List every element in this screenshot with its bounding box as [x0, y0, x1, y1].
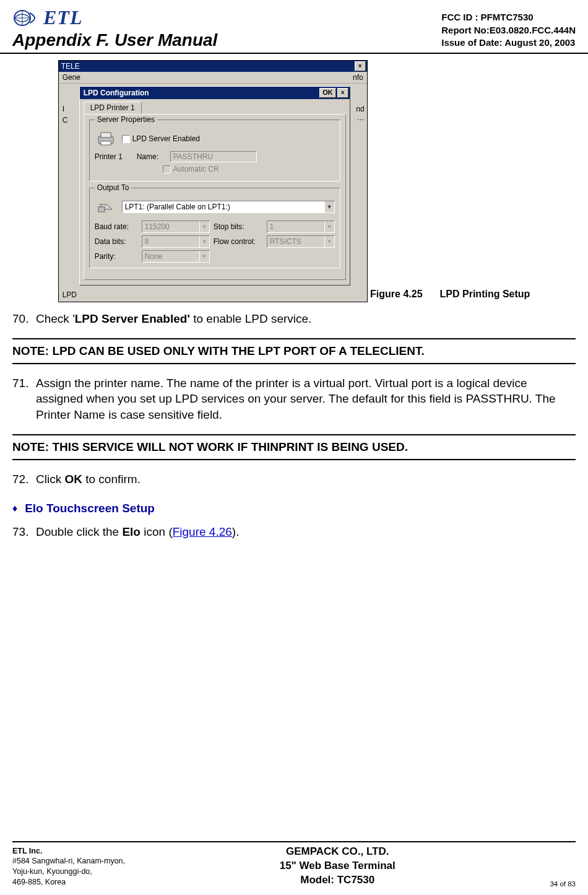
step-73: 73. Double click the Elo icon (Figure 4.…	[12, 524, 576, 540]
step-73-number: 73.	[12, 524, 36, 540]
figure-caption: Figure 4.25 LPD Printing Setup	[370, 289, 530, 300]
footer-page-number: 34 of 83	[550, 880, 576, 888]
dialog-ok-button[interactable]: OK	[319, 88, 336, 98]
step-71-number: 71.	[12, 375, 36, 423]
bg-window-close-button[interactable]: ×	[355, 61, 366, 71]
step-73-post: ).	[232, 525, 240, 538]
footer-center3: Model: TC7530	[280, 873, 396, 888]
output-to-group: Output To LPT1: (Parallel Cable on LPT1:…	[89, 188, 340, 268]
footer-left: ETL Inc. #584 Sangwhal-ri, Kanam-myon, Y…	[12, 846, 125, 888]
header-right: FCC ID : PFMTC7530 Report No:E03.0820.FC…	[441, 11, 576, 50]
report-no: Report No:E03.0820.FCC.444N	[441, 24, 576, 37]
output-port-value: LPT1: (Parallel Cable on LPT1:)	[125, 203, 230, 211]
svg-rect-4	[98, 207, 105, 212]
checkbox-box-icon	[163, 165, 171, 173]
dialog-titlebar: LPD Configuration OK ×	[80, 87, 350, 99]
bg-tab-right: nfo	[353, 73, 363, 82]
diamond-bullet-icon: ♦	[12, 503, 17, 514]
printer-name-input[interactable]: PASSTHRU	[170, 151, 257, 162]
output-port-combo[interactable]: LPT1: (Parallel Cable on LPT1:) ▼	[122, 201, 335, 213]
step-72-bold: OK	[64, 473, 82, 486]
svg-rect-2	[101, 133, 111, 138]
stop-value: 1	[270, 222, 274, 231]
fcc-id: FCC ID : PFMTC7530	[441, 11, 576, 24]
data-bits-combo[interactable]: 8▼	[142, 235, 210, 248]
server-properties-group: Server Properties LPD Server Enabled	[89, 120, 340, 181]
server-properties-legend: Server Properties	[95, 115, 157, 124]
footer-addr1: #584 Sangwhal-ri, Kanam-myon,	[12, 856, 125, 867]
flow-label: Flow control:	[214, 237, 263, 246]
step-71: 71. Assign the printer name. The name of…	[12, 375, 576, 423]
header-left: ETL Appendix F. User Manual	[12, 6, 217, 50]
page-header: ETL Appendix F. User Manual FCC ID : PFM…	[0, 0, 588, 54]
parity-value: None	[145, 252, 163, 261]
page-footer: ETL Inc. #584 Sangwhal-ri, Kanam-myon, Y…	[0, 841, 588, 888]
automatic-cr-label: Automatic CR	[173, 165, 219, 173]
note-lpd-lpt: NOTE: LPD CAN BE USED ONLY WITH THE LPT …	[12, 338, 576, 364]
baud-label: Baud rate:	[95, 222, 138, 231]
step-73-mid: icon (	[141, 525, 173, 538]
chevron-down-icon: ▼	[199, 236, 209, 247]
chevron-down-icon: ▼	[199, 221, 209, 232]
svg-rect-3	[101, 141, 111, 145]
dialog-tabs: LPD Printer 1	[80, 99, 350, 114]
lpd-config-dialog: LPD Configuration OK × LPD Printer 1 Ser…	[79, 86, 350, 286]
step-71-text: Assign the printer name. The name of the…	[36, 375, 576, 423]
footer-addr2: Yoju-kun, Kyounggi-do,	[12, 867, 125, 877]
etl-globe-icon	[12, 9, 40, 27]
figure-4-26-link[interactable]: Figure 4.26	[173, 525, 232, 538]
tab-lpd-printer-1[interactable]: LPD Printer 1	[84, 102, 142, 114]
step-70-pre: Check '	[36, 312, 75, 325]
step-73-bold: Elo	[122, 525, 141, 538]
dialog-close-button[interactable]: ×	[337, 88, 348, 98]
step-70-number: 70.	[12, 311, 36, 327]
note-thinprint: NOTE: THIS SERVICE WILL NOT WORK IF THIN…	[12, 434, 576, 460]
data-bits-label: Data bits:	[95, 237, 138, 246]
printer-icon	[95, 129, 117, 149]
footer-center1: GEMPACK CO., LTD.	[280, 845, 396, 859]
step-70-bold: LPD Server Enabled'	[75, 312, 190, 325]
lpd-configuration-screenshot: TELE × Gene nfo I C LPD Configuration	[58, 60, 368, 302]
footer-center: GEMPACK CO., LTD. 15" Web Base Terminal …	[280, 845, 396, 888]
chevron-down-icon: ▼	[324, 221, 334, 232]
checkbox-box-icon	[122, 135, 130, 143]
issue-date: Issue of Date: August 20, 2003	[441, 37, 576, 49]
chevron-down-icon: ▼	[324, 201, 334, 212]
bg-tab-left: Gene	[63, 73, 80, 82]
port-icon	[95, 197, 117, 217]
figure-425: TELE × Gene nfo I C LPD Configuration	[12, 60, 576, 302]
step-70: 70. Check 'LPD Server Enabled' to enable…	[12, 311, 576, 327]
bg-window-title: TELE	[61, 62, 80, 71]
elo-heading-text: Elo Touchscreen Setup	[25, 502, 155, 515]
dialog-title: LPD Configuration	[84, 89, 149, 97]
automatic-cr-checkbox[interactable]: Automatic CR	[163, 165, 219, 173]
step-72-post: to confirm.	[82, 473, 141, 486]
chevron-down-icon: ▼	[324, 236, 334, 247]
elo-touchscreen-heading: ♦ Elo Touchscreen Setup	[12, 502, 576, 515]
lpd-server-enabled-checkbox[interactable]: LPD Server Enabled	[122, 134, 200, 143]
step-72-number: 72.	[12, 471, 36, 487]
bg-snip-1: I	[63, 105, 73, 113]
parity-label: Parity:	[95, 252, 138, 261]
printer-1-label: Printer 1	[95, 152, 132, 161]
tab-body: Server Properties LPD Server Enabled	[84, 114, 346, 280]
lpd-server-enabled-label: LPD Server Enabled	[132, 134, 200, 143]
flow-value: RTS/CTS	[270, 237, 301, 246]
stop-combo[interactable]: 1▼	[267, 220, 335, 233]
step-72-pre: Click	[36, 473, 64, 486]
parity-combo[interactable]: None▼	[142, 250, 210, 263]
bg-bottom-label: LPD	[59, 289, 367, 302]
baud-combo[interactable]: 115200▼	[142, 220, 210, 233]
data-bits-value: 8	[145, 237, 149, 246]
bg-window-titlebar: TELE ×	[59, 61, 367, 72]
flow-combo[interactable]: RTS/CTS▼	[267, 235, 335, 248]
chevron-down-icon: ▼	[199, 251, 209, 262]
bg-snip-4: …	[354, 113, 365, 122]
figure-title: LPD Printing Setup	[440, 289, 530, 300]
stop-label: Stop bits:	[214, 222, 263, 231]
bg-tabs-row: Gene nfo	[59, 72, 367, 84]
appendix-title: Appendix F. User Manual	[12, 30, 217, 50]
logo-row: ETL	[12, 6, 217, 29]
footer-center2: 15" Web Base Terminal	[280, 859, 396, 873]
etl-logo-text: ETL	[43, 6, 82, 29]
